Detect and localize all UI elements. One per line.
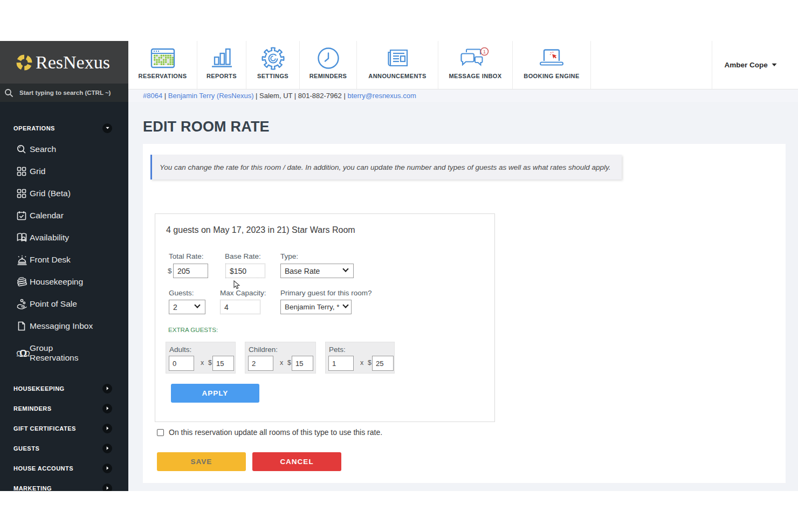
svg-text:Ω: Ω bbox=[19, 348, 27, 358]
svg-text:1: 1 bbox=[483, 49, 485, 54]
